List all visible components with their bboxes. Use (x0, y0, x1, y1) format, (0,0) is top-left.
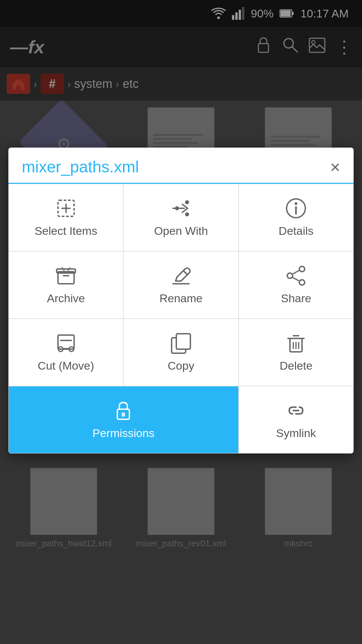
svg-point-19 (175, 206, 179, 210)
share-button[interactable]: Share (239, 251, 354, 319)
svg-point-18 (185, 212, 189, 216)
permissions-label: Permissions (93, 427, 155, 440)
dialog-title: mixer_paths.xml (22, 158, 139, 176)
svg-line-32 (293, 277, 299, 281)
svg-point-28 (299, 266, 305, 272)
cut-move-label: Cut (Move) (38, 359, 94, 372)
svg-line-31 (293, 270, 299, 274)
delete-label: Delete (280, 359, 312, 372)
archive-label: Archive (47, 292, 85, 305)
svg-point-22 (295, 202, 297, 205)
svg-point-17 (185, 200, 189, 204)
copy-label: Copy (168, 359, 194, 372)
open-with-button[interactable]: Open With (123, 184, 238, 251)
cut-icon (55, 332, 77, 354)
copy-icon (170, 332, 192, 354)
symlink-button[interactable]: Symlink (239, 386, 354, 453)
details-button[interactable]: Details (239, 184, 354, 251)
details-label: Details (279, 224, 313, 237)
svg-point-30 (287, 273, 293, 278)
archive-icon (55, 265, 77, 286)
rename-label: Rename (160, 292, 203, 305)
select-items-label: Select Items (35, 224, 97, 237)
select-items-button[interactable]: Select Items (8, 184, 123, 251)
open-with-icon (170, 198, 192, 219)
svg-rect-39 (176, 334, 190, 349)
permissions-icon (113, 400, 134, 421)
open-with-label: Open With (154, 224, 208, 237)
permissions-button[interactable]: Permissions (8, 386, 239, 453)
cut-move-button[interactable]: Cut (Move) (8, 319, 123, 386)
svg-rect-47 (122, 413, 125, 417)
details-icon (285, 198, 307, 219)
rename-button[interactable]: Rename (123, 251, 238, 319)
delete-icon (285, 332, 307, 354)
dialog-header: mixer_paths.xml × (8, 148, 354, 184)
archive-button[interactable]: Archive (8, 251, 123, 319)
delete-button[interactable]: Delete (239, 319, 354, 386)
copy-button[interactable]: Copy (123, 319, 238, 386)
rename-icon (170, 265, 192, 286)
symlink-icon (285, 400, 307, 421)
share-icon (285, 265, 307, 286)
svg-line-26 (183, 270, 187, 274)
share-label: Share (281, 292, 311, 305)
symlink-label: Symlink (276, 427, 316, 440)
dialog-menu-grid: Select Items Open With Details (8, 184, 354, 453)
close-button[interactable]: × (330, 158, 340, 176)
svg-point-29 (299, 280, 305, 285)
select-items-icon (55, 198, 77, 219)
context-menu-dialog: mixer_paths.xml × Select Items Open With (8, 148, 354, 453)
